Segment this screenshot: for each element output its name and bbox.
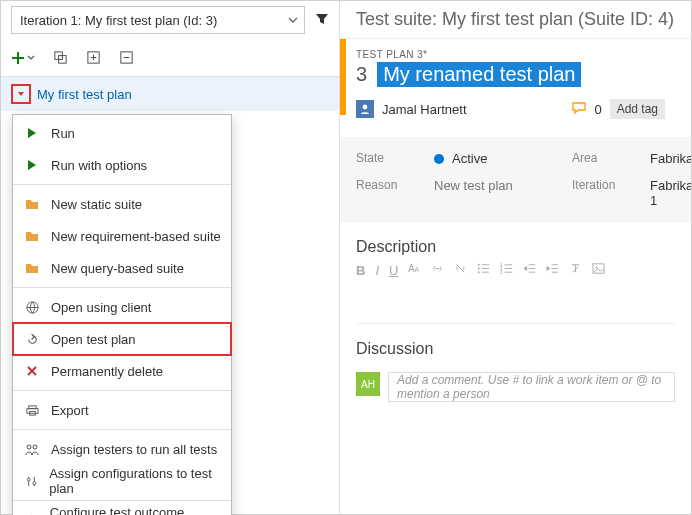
plus-icon — [11, 51, 25, 65]
menu-run[interactable]: Run — [13, 117, 231, 149]
menu-assign-testers[interactable]: Assign testers to run all tests — [13, 433, 231, 465]
add-tag-button[interactable]: Add tag — [610, 99, 665, 119]
menu-configure-outcome[interactable]: Configure test outcome settings — [13, 504, 231, 515]
italic-button[interactable]: I — [375, 263, 379, 278]
svg-point-17 — [478, 268, 480, 270]
area-label: Area — [572, 151, 632, 166]
outdent-button[interactable] — [523, 262, 536, 278]
svg-rect-7 — [29, 411, 35, 415]
rich-text-toolbar: B I U AA 123 — [340, 262, 691, 284]
chevron-down-icon — [27, 54, 35, 62]
description-input[interactable] — [356, 284, 675, 324]
menu-delete[interactable]: Permanently delete — [13, 355, 231, 387]
svg-point-9 — [33, 445, 37, 449]
menu-open-plan[interactable]: Open test plan — [13, 323, 231, 355]
clear-format-button[interactable] — [569, 262, 582, 278]
underline-button[interactable]: U — [389, 263, 398, 278]
number-list-button[interactable]: 123 — [500, 262, 513, 278]
link-button[interactable] — [431, 262, 444, 278]
svg-rect-0 — [55, 52, 63, 60]
tree-tool-clone-icon[interactable] — [53, 50, 68, 65]
area-field[interactable]: Fabrikam — [650, 151, 691, 166]
config-icon — [23, 475, 39, 488]
menu-separator — [13, 500, 231, 501]
menu-new-req[interactable]: New requirement-based suite — [13, 220, 231, 252]
svg-rect-5 — [28, 405, 35, 408]
open-arrow-icon — [23, 333, 41, 346]
iteration-label: Iteration — [572, 178, 632, 208]
work-item-id: 3 — [356, 63, 367, 86]
type-color-bar — [340, 39, 346, 115]
indent-button[interactable] — [546, 262, 559, 278]
svg-rect-2 — [88, 52, 99, 63]
svg-text:3: 3 — [500, 270, 503, 275]
menu-label: New requirement-based suite — [51, 229, 221, 244]
state-dot-icon — [434, 154, 444, 164]
expand-all-icon[interactable] — [86, 50, 101, 65]
comment-avatar: AH — [356, 372, 380, 396]
font-size-button[interactable]: AA — [408, 262, 421, 278]
collapse-all-icon[interactable] — [119, 50, 134, 65]
svg-rect-6 — [26, 408, 37, 413]
suite-title: Test suite: My first test plan (Suite ID… — [340, 1, 691, 39]
svg-text:A: A — [408, 263, 415, 274]
menu-separator — [13, 287, 231, 288]
discussion-icon[interactable] — [572, 101, 586, 118]
print-icon — [23, 404, 41, 417]
globe-icon — [23, 301, 41, 314]
state-label: State — [356, 151, 416, 166]
iteration-field[interactable]: Fabrikam\Iteration 1 — [650, 178, 691, 208]
iteration-dropdown-label: Iteration 1: My first test plan (Id: 3) — [20, 13, 217, 28]
fields-grid: State Active Area Fabrikam Reason New te… — [340, 137, 691, 222]
menu-run-options[interactable]: Run with options — [13, 149, 231, 181]
svg-text:A: A — [415, 266, 420, 273]
svg-text:1: 1 — [500, 263, 503, 268]
svg-point-16 — [478, 264, 480, 266]
delete-x-icon — [23, 365, 41, 377]
reason-label: Reason — [356, 178, 416, 208]
menu-label: New static suite — [51, 197, 142, 212]
expand-context-icon[interactable] — [11, 84, 31, 104]
menu-separator — [13, 184, 231, 185]
tree-item-plan[interactable]: My first test plan — [1, 77, 339, 111]
menu-assign-config[interactable]: Assign configurations to test plan — [13, 465, 231, 497]
comment-input[interactable]: Add a comment. Use # to link a work item… — [388, 372, 675, 402]
image-button[interactable] — [592, 262, 605, 278]
bullet-list-button[interactable] — [477, 262, 490, 278]
add-button[interactable] — [11, 51, 35, 65]
menu-label: Run — [51, 126, 75, 141]
description-heading: Description — [340, 222, 691, 262]
state-field[interactable]: Active — [434, 151, 554, 166]
svg-point-23 — [596, 267, 598, 269]
svg-point-11 — [32, 481, 35, 484]
svg-text:2: 2 — [500, 266, 503, 271]
bold-button[interactable]: B — [356, 263, 365, 278]
menu-label: Run with options — [51, 158, 147, 173]
menu-export[interactable]: Export — [13, 394, 231, 426]
menu-label: New query-based suite — [51, 261, 184, 276]
avatar — [356, 100, 374, 118]
svg-point-4 — [26, 301, 37, 312]
menu-new-static[interactable]: New static suite — [13, 188, 231, 220]
play-icon — [23, 127, 41, 139]
menu-label: Open test plan — [51, 332, 136, 347]
svg-rect-1 — [59, 56, 67, 64]
menu-open-client[interactable]: Open using client — [13, 291, 231, 323]
menu-label: Export — [51, 403, 89, 418]
menu-separator — [13, 390, 231, 391]
chevron-down-icon — [288, 13, 298, 28]
svg-point-8 — [27, 445, 31, 449]
filter-icon[interactable] — [311, 12, 333, 29]
menu-label: Assign testers to run all tests — [51, 442, 217, 457]
iteration-dropdown[interactable]: Iteration 1: My first test plan (Id: 3) — [11, 6, 305, 34]
title-input[interactable]: My renamed test plan — [377, 62, 581, 87]
menu-new-query[interactable]: New query-based suite — [13, 252, 231, 284]
folder-icon — [23, 262, 41, 274]
svg-rect-22 — [593, 264, 604, 273]
menu-separator — [13, 429, 231, 430]
unlink-button[interactable] — [454, 262, 467, 278]
svg-point-10 — [27, 478, 30, 481]
reason-field[interactable]: New test plan — [434, 178, 554, 208]
folder-icon — [23, 198, 41, 210]
assignee-name[interactable]: Jamal Hartnett — [382, 102, 467, 117]
